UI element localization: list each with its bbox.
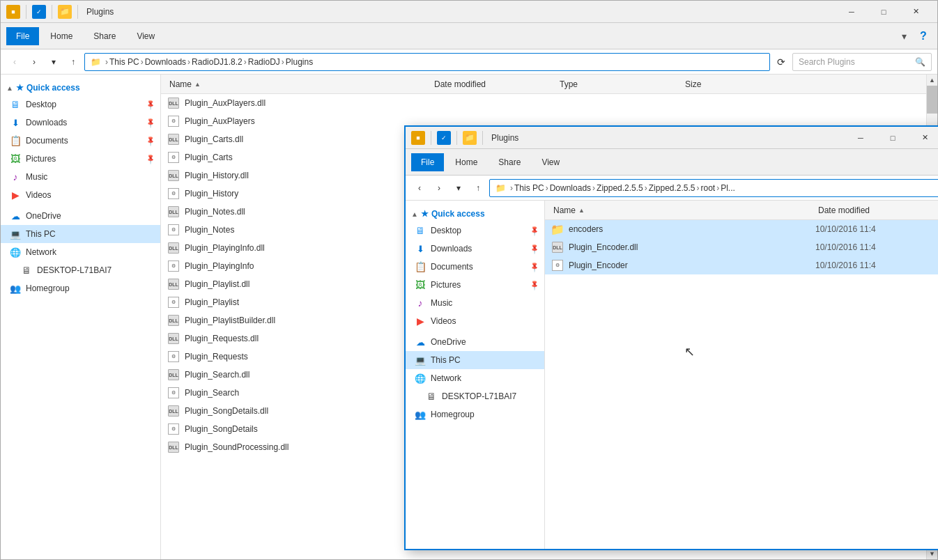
sidebar-item-desktop-computer[interactable]: 🖥 DESKTOP-L71BAI7 <box>1 261 160 279</box>
file-icon-1: ⚙ <box>167 114 180 128</box>
file-icon-8: DLL <box>167 241 180 255</box>
maximize-button-1[interactable]: □ <box>868 1 900 23</box>
sidebar2-item-documents[interactable]: 📋 Documents 📌 <box>406 258 544 276</box>
scroll-thumb[interactable] <box>927 86 937 114</box>
path2-pl[interactable]: Pl... <box>721 183 735 193</box>
titlebar-icon-folder: 📁 <box>58 5 72 19</box>
ribbon-help-icon[interactable]: ? <box>915 28 932 45</box>
minimize-button-1[interactable]: ─ <box>836 1 868 23</box>
sidebar2-item-videos[interactable]: ▶ Videos <box>406 312 544 330</box>
column-headers-2: Name ▲ Date modified <box>545 201 938 220</box>
back-button-2[interactable]: ‹ <box>411 180 428 196</box>
file-name-12: Plugin_PlaylistBuilder.dll <box>185 316 431 325</box>
file2-date-0: 10/10/2016 11:4 <box>815 224 938 234</box>
sidebar2-item-desktop[interactable]: 🖥 Desktop 📌 <box>406 221 544 240</box>
col2-header-name[interactable]: Name ▲ <box>551 205 815 215</box>
address-path-1[interactable]: 📁 › This PC › Downloads › RadioDJ1.8.2 ›… <box>84 53 770 71</box>
ribbon-1: File Home Share View ▾ ? <box>1 23 937 49</box>
window2-title: Plugins <box>491 133 845 143</box>
file-row-w2-1[interactable]: DLL Plugin_Encoder.dll 10/10/2016 11:4 <box>545 238 938 256</box>
homegroup-icon: 👥 <box>9 282 22 295</box>
sidebar2-music-label: Music <box>431 298 452 308</box>
titlebar-sep <box>26 5 26 19</box>
sidebar-item-pictures[interactable]: 🖼 Pictures 📌 <box>1 150 160 168</box>
sidebar-thispc-label: This PC <box>26 229 56 239</box>
col-header-type[interactable]: Type <box>557 79 682 89</box>
refresh-button-1[interactable]: ⟳ <box>773 54 790 70</box>
sidebar-item-downloads[interactable]: ⬇ Downloads 📌 <box>1 114 160 132</box>
sidebar-item-homegroup[interactable]: 👥 Homegroup <box>1 279 160 297</box>
path-thispc[interactable]: This PC <box>109 57 139 67</box>
maximize-button-2[interactable]: □ <box>877 127 909 149</box>
ribbon-collapse-icon[interactable]: ▾ <box>895 28 912 45</box>
sidebar-item-desktop[interactable]: 🖥 Desktop 📌 <box>1 95 160 114</box>
dropdown-button-1[interactable]: ▾ <box>45 54 62 70</box>
scroll-up-arrow[interactable]: ▲ <box>927 75 938 86</box>
ribbon2-tab-share[interactable]: Share <box>489 153 530 171</box>
sidebar-item-onedrive[interactable]: ☁ OneDrive <box>1 207 160 225</box>
ribbon-tab-home-1[interactable]: Home <box>40 27 82 45</box>
column-headers-1: Name ▲ Date modified Type Size <box>161 75 926 94</box>
minimize-button-2[interactable]: ─ <box>845 127 877 149</box>
col-header-size[interactable]: Size <box>682 79 766 89</box>
file-row-0[interactable]: DLL Plugin_AuxPlayers.dll <box>161 94 926 112</box>
back-button-1[interactable]: ‹ <box>6 54 23 70</box>
file-name-13: Plugin_Requests.dll <box>185 334 431 343</box>
path-plugins[interactable]: Plugins <box>286 57 313 67</box>
file-row-w2-0[interactable]: 📁 encoders 10/10/2016 11:4 <box>545 220 938 238</box>
ribbon2-tab-view[interactable]: View <box>532 153 569 171</box>
file-name-18: Plugin_SongDetails <box>185 424 431 434</box>
ribbon2-tab-file[interactable]: File <box>411 153 444 171</box>
file-row-w2-2[interactable]: ⚙ Plugin_Encoder 10/10/2016 11:4 <box>545 256 938 274</box>
sidebar2-item-network[interactable]: 🌐 Network <box>406 369 544 387</box>
address-path-2[interactable]: 📁 › This PC › Downloads › Zipped.2.5.5 ›… <box>489 179 938 197</box>
file-name-19: Plugin_SoundProcessing.dll <box>185 442 431 452</box>
pictures2-pin-icon: 📌 <box>529 279 540 290</box>
sidebar2-thispc-label: This PC <box>431 355 461 365</box>
close-button-2[interactable]: ✕ <box>909 127 938 149</box>
sidebar2-item-downloads[interactable]: ⬇ Downloads 📌 <box>406 240 544 258</box>
sidebar2-item-pictures[interactable]: 🖼 Pictures 📌 <box>406 276 544 294</box>
up-button-1[interactable]: ↑ <box>65 54 82 70</box>
path2-zipped2[interactable]: Zipped.2.5.5 <box>649 183 695 193</box>
path-radiodj[interactable]: RadioDJ <box>248 57 280 67</box>
sidebar2-item-thispc[interactable]: 💻 This PC <box>406 351 544 369</box>
col-header-name[interactable]: Name ▲ <box>167 79 431 89</box>
path2-downloads[interactable]: Downloads <box>550 183 591 193</box>
ribbon2-tab-home[interactable]: Home <box>445 153 487 171</box>
sidebar-desktop-computer-label: DESKTOP-L71BAI7 <box>37 265 112 275</box>
search-box-1[interactable]: Search Plugins 🔍 <box>792 53 932 71</box>
sidebar2-item-homegroup[interactable]: 👥 Homegroup <box>406 405 544 423</box>
desktop-icon: 🖥 <box>9 98 22 111</box>
sidebar-item-videos[interactable]: ▶ Videos <box>1 186 160 204</box>
path2-zipped1[interactable]: Zipped.2.5.5 <box>597 183 643 193</box>
music2-icon: ♪ <box>414 297 426 309</box>
path2-root[interactable]: root <box>701 183 716 193</box>
sidebar-downloads-label: Downloads <box>26 118 67 127</box>
file2-icon-0: 📁 <box>551 222 564 236</box>
ribbon-tab-view-1[interactable]: View <box>127 27 164 45</box>
path2-thispc[interactable]: This PC <box>514 183 544 193</box>
path-downloads[interactable]: Downloads <box>145 57 186 67</box>
quick-access-header-2[interactable]: ▲ ★ Quick access <box>406 206 544 221</box>
up-button-2[interactable]: ↑ <box>470 180 486 196</box>
forward-button-1[interactable]: › <box>26 54 43 70</box>
sidebar-item-music[interactable]: ♪ Music <box>1 168 160 186</box>
sidebar2-item-onedrive[interactable]: ☁ OneDrive <box>406 333 544 351</box>
close-button-1[interactable]: ✕ <box>900 1 932 23</box>
path-radiodj182[interactable]: RadioDJ1.8.2 <box>192 57 243 67</box>
col2-header-date[interactable]: Date modified <box>815 205 938 215</box>
ribbon-tab-file-1[interactable]: File <box>6 27 39 45</box>
quick-access-header[interactable]: ▲ ★ Quick access <box>1 80 160 95</box>
ribbon-tab-share-1[interactable]: Share <box>84 27 125 45</box>
sidebar-item-network[interactable]: 🌐 Network <box>1 243 160 261</box>
col-header-date[interactable]: Date modified <box>431 79 557 89</box>
file-icon-19: DLL <box>167 440 180 454</box>
dropdown-button-2[interactable]: ▾ <box>450 180 467 196</box>
forward-button-2[interactable]: › <box>431 180 447 196</box>
sidebar-item-documents[interactable]: 📋 Documents 📌 <box>1 132 160 150</box>
titlebar2-sep3 <box>482 131 483 145</box>
sidebar2-item-desktop-computer[interactable]: 🖥 DESKTOP-L71BAI7 <box>406 387 544 405</box>
sidebar2-item-music[interactable]: ♪ Music <box>406 294 544 312</box>
sidebar-item-thispc[interactable]: 💻 This PC <box>1 225 160 243</box>
